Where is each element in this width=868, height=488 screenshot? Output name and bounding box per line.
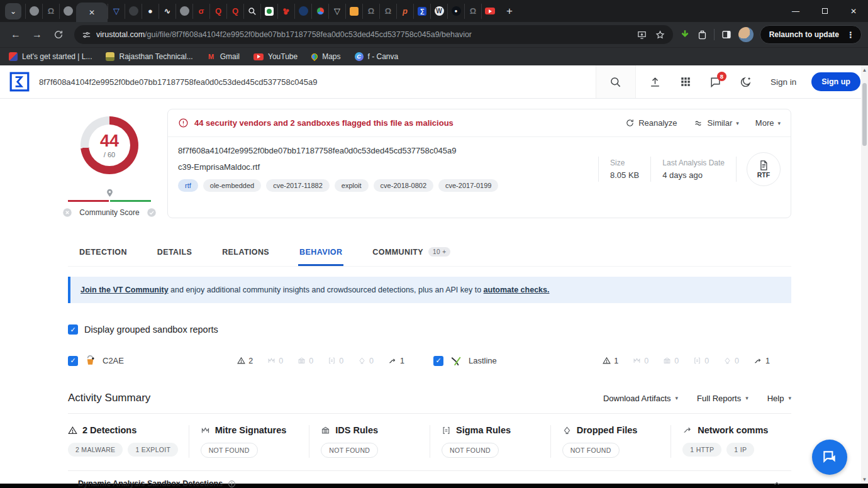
lastline-checkbox[interactable]: ✓ (433, 356, 443, 366)
pinned-tab-signature[interactable]: ∿ (159, 4, 175, 19)
chat-fab-button[interactable] (812, 440, 847, 475)
tag-cve-2017-0199[interactable]: cve-2017-0199 (438, 179, 498, 192)
info-icon[interactable] (228, 480, 236, 488)
tag-ole-embedded[interactable]: ole-embedded (203, 179, 261, 192)
pinned-tab-feather[interactable]: p (396, 4, 413, 19)
scroll-up-arrow[interactable]: ▲ (861, 65, 868, 74)
grouped-reports-checkbox[interactable]: ✓ (68, 324, 78, 335)
bookmark-youtube[interactable]: YouTube (253, 52, 298, 61)
sandbox-name[interactable]: C2AE (103, 356, 124, 365)
new-tab-button[interactable]: + (501, 3, 518, 20)
automate-checks-link[interactable]: automate checks. (484, 286, 550, 294)
active-tab[interactable]: ✕ (76, 3, 108, 22)
file-name[interactable]: c39-EmprisaMaldoc.rtf (178, 162, 598, 172)
bookmark-star-icon[interactable] (655, 30, 665, 40)
vt-search-button[interactable] (596, 65, 636, 98)
tab-search-button[interactable]: ⌄ (5, 3, 21, 19)
pinned-tab-quora[interactable]: Q (226, 4, 243, 19)
tag-exploit[interactable]: exploit (335, 179, 369, 192)
bookmark-gmail[interactable]: MGmail (207, 52, 240, 61)
bookmark-rajasthan[interactable]: Rajasthan Technical... (106, 52, 192, 61)
exploit-badge[interactable]: 1 EXPLOIT (128, 443, 178, 457)
close-tab-icon[interactable]: ✕ (89, 8, 95, 17)
vote-harmless-icon[interactable] (146, 207, 157, 218)
download-update-icon[interactable] (679, 29, 691, 40)
pinned-tab-github[interactable]: Ω (362, 4, 379, 19)
tab-relations[interactable]: RELATIONS (221, 241, 270, 266)
similar-button[interactable]: Similar▾ (694, 118, 739, 128)
http-badge[interactable]: 1 HTTP (682, 443, 721, 457)
maximize-button[interactable] (810, 0, 839, 22)
reload-button[interactable] (49, 25, 68, 44)
install-icon[interactable] (637, 30, 647, 40)
sandbox-name[interactable]: Lastline (469, 356, 497, 365)
relaunch-button[interactable]: Relaunch to update⋮ (760, 25, 862, 44)
pinned-tab-github[interactable]: Ω (379, 4, 396, 19)
pinned-tab-recorder[interactable]: ● (142, 4, 159, 19)
chevron-up-icon[interactable] (772, 479, 781, 488)
close-button[interactable]: ✕ (839, 0, 868, 22)
scrollbar-thumb[interactable] (862, 83, 867, 146)
c2ae-checkbox[interactable]: ✓ (68, 356, 78, 366)
forward-button[interactable]: → (28, 25, 47, 44)
pinned-tab-virustotal[interactable]: ∑ (413, 4, 430, 19)
join-community-link[interactable]: Join the VT Community (81, 286, 169, 294)
pinned-tab-youtube[interactable] (481, 4, 498, 19)
scroll-down-arrow[interactable]: ▼ (861, 475, 868, 484)
malware-badge[interactable]: 2 MALWARE (68, 443, 123, 457)
tab-details[interactable]: DETAILS (156, 241, 193, 266)
upload-icon[interactable] (645, 71, 666, 92)
pinned-tab-github[interactable]: Ω (42, 4, 59, 19)
vote-malicious-icon[interactable] (62, 207, 73, 218)
bookmark-canva[interactable]: Cf - Canva (355, 52, 399, 61)
reanalyze-button[interactable]: Reanalyze (625, 118, 677, 128)
pinned-tab-webstore[interactable] (260, 4, 277, 19)
pinned-tab-globe[interactable] (294, 4, 311, 19)
tag-cve-2018-0802[interactable]: cve-2018-0802 (374, 179, 433, 192)
tab-behavior[interactable]: BEHAVIOR (298, 241, 343, 266)
file-hash[interactable]: 8f7f608a4104f2e9952f0bde07bb17187758fea0… (178, 146, 598, 155)
browser-menu-icon[interactable]: ⋮ (844, 30, 857, 40)
tag-rtf[interactable]: rtf (178, 179, 198, 192)
pinned-tab[interactable] (125, 4, 142, 19)
pinned-tab-sigma[interactable]: σ (192, 4, 209, 19)
pinned-tab-search[interactable] (243, 4, 260, 19)
pinned-tab-wordpress[interactable]: W (430, 4, 447, 19)
profile-avatar[interactable] (738, 27, 754, 42)
pinned-tab-github-cat[interactable]: ● (447, 4, 464, 19)
tab-detection[interactable]: DETECTION (78, 241, 128, 266)
tag-cve-2017-11882[interactable]: cve-2017-11882 (266, 179, 330, 192)
pinned-tab-paw[interactable] (277, 4, 294, 19)
pinned-tab-browser[interactable] (25, 4, 42, 19)
bookmark-lets-get-started[interactable]: Let's get started | L... (9, 52, 92, 61)
pinned-tab-browser[interactable] (59, 4, 76, 19)
tab-community[interactable]: COMMUNITY10 + (371, 241, 452, 266)
sign-in-link[interactable]: Sign in (771, 77, 796, 87)
help-button[interactable]: Help▾ (767, 394, 791, 403)
more-button[interactable]: More▾ (755, 118, 781, 128)
extensions-icon[interactable] (697, 30, 708, 40)
pinned-tab-shield[interactable]: ▽ (108, 4, 125, 19)
sign-up-button[interactable]: Sign up (811, 72, 860, 91)
apps-grid-icon[interactable] (675, 71, 696, 92)
side-panel-icon[interactable] (721, 29, 732, 40)
bookmark-maps[interactable]: Maps (311, 52, 340, 61)
pinned-tab-chrome[interactable] (311, 4, 328, 19)
minimize-button[interactable]: — (781, 0, 810, 22)
download-artifacts-button[interactable]: Download Artifacts▾ (603, 394, 678, 403)
site-controls-icon[interactable] (82, 30, 91, 40)
dynamic-analysis-section-header[interactable]: Dynamic Analysis Sandbox Detections (68, 470, 791, 488)
vt-search-input[interactable] (39, 77, 587, 87)
pinned-tab-shield[interactable]: ▽ (328, 4, 345, 19)
pinned-tab-quora[interactable]: Q (209, 4, 226, 19)
virustotal-logo[interactable] (9, 71, 30, 92)
dark-mode-icon[interactable] (735, 71, 757, 92)
feedback-icon[interactable]: 8 (705, 71, 726, 92)
pinned-tab-folder[interactable] (345, 4, 362, 19)
ip-badge[interactable]: 1 IP (726, 443, 754, 457)
address-bar[interactable]: virustotal.com/gui/file/8f7f608a4104f2e9… (74, 25, 673, 44)
pinned-tab-browser[interactable] (175, 4, 192, 19)
page-scrollbar[interactable]: ▲ ▼ (861, 65, 868, 484)
full-reports-button[interactable]: Full Reports▾ (697, 394, 748, 403)
back-button[interactable]: ← (6, 25, 25, 44)
